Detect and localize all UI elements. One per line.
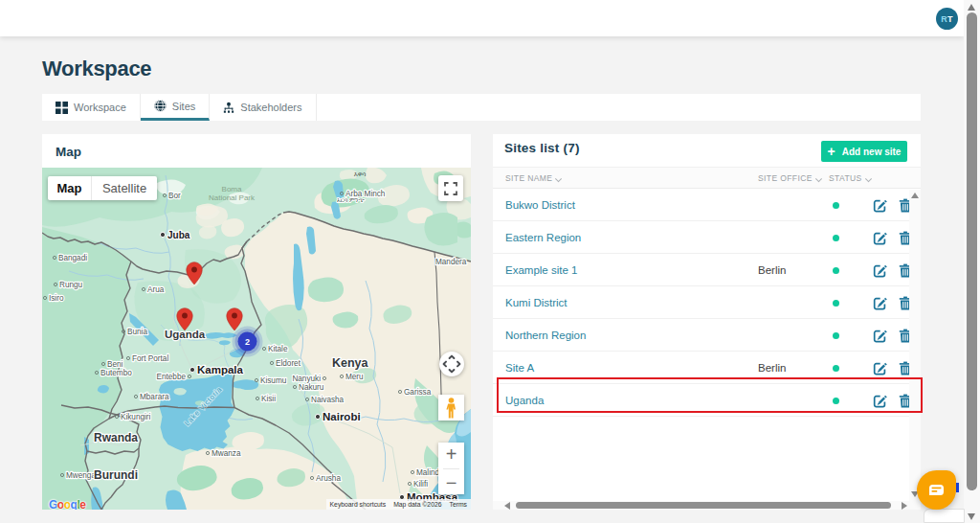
svg-text:Burundi: Burundi: [94, 468, 138, 482]
svg-text:እዋሳ: እዋሳ: [354, 171, 367, 177]
svg-text:Naivasha: Naivasha: [311, 396, 345, 404]
svg-text:Entebbe: Entebbe: [156, 373, 186, 381]
svg-text:Butembo: Butembo: [100, 369, 132, 377]
svg-text:Kikungiri: Kikungiri: [121, 413, 151, 421]
svg-text:Beni: Beni: [107, 360, 123, 369]
svg-text:Garissa: Garissa: [404, 388, 432, 397]
svg-text:Kenya: Kenya: [332, 356, 369, 370]
svg-text:Arua: Arua: [147, 285, 165, 294]
svg-text:Kisumu: Kisumu: [260, 376, 287, 385]
svg-text:Eldoret: Eldoret: [276, 359, 301, 368]
svg-text:Fort Portal: Fort Portal: [132, 354, 168, 363]
svg-text:Boma: Boma: [222, 185, 242, 193]
svg-text:Bunia: Bunia: [127, 328, 147, 336]
svg-text:Bangadi: Bangadi: [58, 254, 87, 262]
svg-text:Kampala: Kampala: [197, 364, 244, 375]
svg-text:Kisii: Kisii: [261, 395, 276, 403]
svg-text:Juba: Juba: [167, 230, 190, 240]
svg-text:Rungu: Rungu: [59, 281, 83, 289]
svg-text:Rwanda: Rwanda: [94, 431, 138, 444]
svg-text:2: 2: [245, 337, 250, 347]
svg-text:Kitale: Kitale: [268, 345, 288, 353]
svg-text:Arusha: Arusha: [316, 474, 341, 483]
svg-text:Mwenga: Mwenga: [66, 471, 96, 480]
svg-text:Meru: Meru: [345, 373, 364, 381]
svg-text:National Park: National Park: [209, 193, 256, 202]
svg-text:አርባ ምንጭ: አርባ ምንጭ: [337, 196, 365, 203]
svg-text:Nairobi: Nairobi: [323, 411, 361, 422]
svg-text:Nakuru: Nakuru: [299, 383, 324, 392]
svg-text:Bor: Bor: [168, 192, 181, 200]
svg-text:Mbarara: Mbarara: [140, 393, 169, 401]
svg-text:Mandera: Mandera: [435, 258, 467, 266]
svg-text:Isiro: Isiro: [49, 294, 64, 303]
svg-text:Nanyuki: Nanyuki: [292, 375, 321, 383]
svg-text:Mwanza: Mwanza: [212, 449, 241, 458]
svg-text:Kilifi: Kilifi: [413, 480, 428, 489]
